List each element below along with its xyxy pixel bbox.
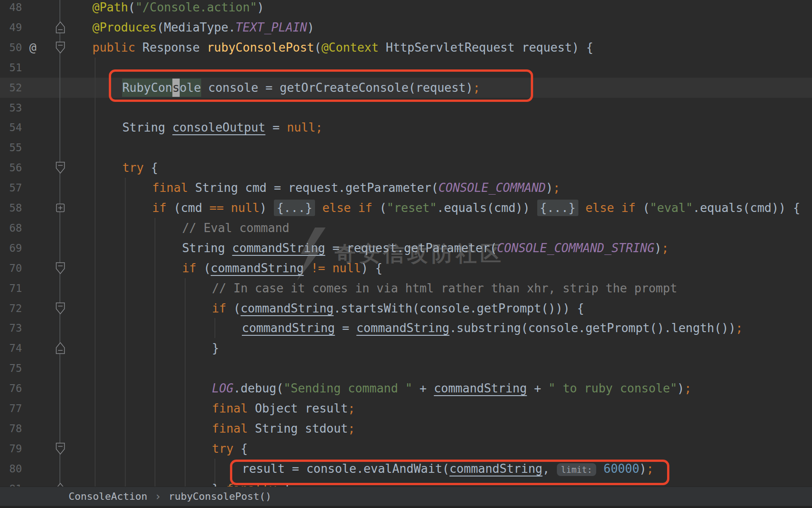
code-line-75[interactable]: 75	[0, 358, 812, 378]
code-line-68[interactable]: 68// Eval command	[0, 218, 812, 238]
breadcrumb-item-method[interactable]: rubyConsolePost()	[169, 491, 272, 502]
line-number: 77	[0, 398, 22, 418]
code-text: if (commandString.startsWith(console.get…	[212, 298, 584, 318]
line-number: 76	[0, 378, 22, 398]
code-text: }	[212, 338, 219, 358]
line-number: 74	[0, 338, 22, 358]
code-text: String commandString = request.getParame…	[182, 238, 668, 258]
fold-down-icon[interactable]	[55, 443, 65, 455]
code-line-70[interactable]: 70if (commandString != null) {	[0, 258, 812, 278]
code-line-76[interactable]: 76LOG.debug("Sending command " + command…	[0, 378, 812, 398]
code-line-48[interactable]: 48@Path("/Console.action")	[0, 0, 812, 17]
code-editor: 48@Path("/Console.action")49@Produces(Me…	[0, 0, 812, 508]
code-text: final String stdout;	[212, 418, 355, 439]
line-number: 70	[0, 258, 22, 278]
line-number: 55	[0, 138, 22, 158]
fold-down-icon[interactable]	[55, 42, 65, 53]
line-number: 54	[0, 117, 22, 138]
line-number: 51	[0, 58, 22, 78]
line-number: 79	[0, 439, 22, 459]
fold-down-icon[interactable]	[55, 262, 65, 274]
line-number: 75	[0, 358, 22, 378]
code-text: try {	[122, 158, 158, 178]
code-line-77[interactable]: 77final Object result;	[0, 398, 812, 418]
line-number: 58	[0, 198, 22, 218]
line-number: 48	[0, 0, 22, 17]
code-line-50[interactable]: 50@public Response rubyConsolePost(@Cont…	[0, 37, 812, 58]
code-text: LOG.debug("Sending command " + commandSt…	[212, 378, 692, 398]
code-line-79[interactable]: 79try {	[0, 439, 812, 459]
code-text: // Eval command	[182, 218, 289, 238]
line-number: 52	[0, 78, 22, 98]
code-text: // In case it comes in via html rather t…	[212, 278, 677, 298]
breadcrumb-bar: ConsoleAction › rubyConsolePost()	[0, 487, 812, 506]
breadcrumb-item-class[interactable]: ConsoleAction	[69, 491, 147, 502]
line-number: 57	[0, 178, 22, 198]
code-line-54[interactable]: 54String consoleOutput = null;	[0, 117, 812, 138]
code-line-71[interactable]: 71// In case it comes in via html rather…	[0, 278, 812, 298]
code-line-58[interactable]: 58if (cmd == null) {...} else if ("reset…	[0, 198, 812, 218]
fold-plus-icon[interactable]	[55, 202, 65, 214]
line-number: 56	[0, 158, 22, 178]
line-number: 73	[0, 318, 22, 338]
fold-up-icon[interactable]	[55, 21, 65, 33]
code-text: @Produces(MediaType.TEXT_PLAIN)	[92, 17, 314, 37]
line-number: 71	[0, 278, 22, 298]
code-line-72[interactable]: 72if (commandString.startsWith(console.g…	[0, 298, 812, 318]
line-number: 78	[0, 418, 22, 439]
annotation-box-line-52	[109, 69, 533, 102]
code-line-55[interactable]: 55	[0, 138, 812, 158]
line-number: 72	[0, 298, 22, 318]
code-line-69[interactable]: 69String commandString = request.getPara…	[0, 238, 812, 258]
code-text: String consoleOutput = null;	[122, 117, 322, 138]
line-number: 69	[0, 238, 22, 258]
code-line-74[interactable]: 74}	[0, 338, 812, 358]
code-line-57[interactable]: 57final String cmd = request.getParamete…	[0, 178, 812, 198]
code-text: if (commandString != null) {	[182, 258, 382, 278]
line-number: 53	[0, 98, 22, 118]
code-line-56[interactable]: 56try {	[0, 158, 812, 178]
code-text: if (cmd == null) {...} else if ("reset".…	[152, 198, 800, 218]
code-text: final String cmd = request.getParameter(…	[152, 178, 560, 198]
line-number: 49	[0, 17, 22, 37]
code-text: final Object result;	[212, 398, 355, 418]
fold-up-icon[interactable]	[55, 342, 65, 354]
window-bottom-edge	[0, 506, 812, 508]
fold-down-icon[interactable]	[55, 302, 65, 314]
line-number: 50	[0, 37, 22, 58]
line-number: 80	[0, 459, 22, 479]
code-line-73[interactable]: 73commandString = commandString.substrin…	[0, 318, 812, 338]
annotation-box-line-80	[230, 460, 669, 485]
code-text: commandString = commandString.substring(…	[242, 318, 743, 338]
breadcrumb-separator-icon: ›	[155, 490, 161, 503]
annotation-gutter-icon: @	[29, 37, 37, 58]
code-text: public Response rubyConsolePost(@Context…	[92, 37, 593, 58]
code-line-49[interactable]: 49@Produces(MediaType.TEXT_PLAIN)	[0, 17, 812, 37]
fold-down-icon[interactable]	[55, 162, 65, 174]
code-text: try {	[212, 439, 248, 459]
code-text: @Path("/Console.action")	[92, 0, 264, 17]
code-line-78[interactable]: 78final String stdout;	[0, 418, 812, 439]
line-number: 68	[0, 218, 22, 238]
